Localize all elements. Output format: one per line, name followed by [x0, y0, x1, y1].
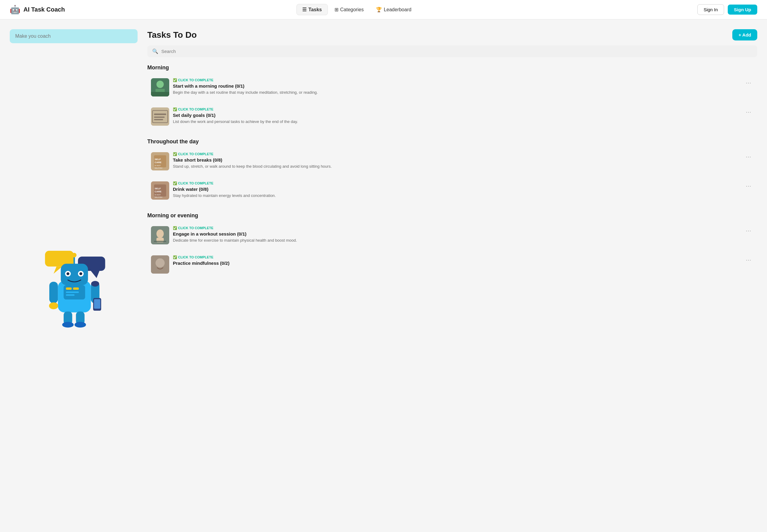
task-menu-button[interactable]: ⋯	[743, 255, 754, 264]
task-card[interactable]: SELF CARE IS NOT SELFISH ✅ CLICK TO COMP…	[147, 148, 757, 175]
svg-rect-34	[154, 119, 163, 120]
main-nav: ☰ Tasks ⊞ Categories 🏆 Leaderboard	[296, 4, 417, 15]
tasks-title: Tasks To Do	[147, 30, 197, 40]
tasks-icon: ☰	[302, 7, 306, 12]
svg-point-28	[156, 81, 164, 88]
leaderboard-icon: 🏆	[376, 7, 382, 12]
section-morning: Morning ✅ CLICK TO COMPLETE Start with a…	[147, 65, 757, 130]
svg-point-24	[62, 322, 74, 327]
search-bar: 🔍	[147, 45, 757, 57]
task-body: ✅ CLICK TO COMPLETE Start with a morning…	[173, 78, 740, 95]
task-menu-button[interactable]: ⋯	[743, 152, 754, 161]
section-throughout: Throughout the day SELF CARE IS NOT SELF…	[147, 138, 757, 204]
task-body: ✅ CLICK TO COMPLETE Practice mindfulness…	[173, 255, 740, 267]
task-thumbnail	[151, 78, 169, 96]
tasks-header: Tasks To Do + Add	[147, 29, 757, 40]
robot-illustration	[10, 48, 138, 522]
svg-text:IS NOT: IS NOT	[155, 165, 161, 166]
task-card[interactable]: SELF CARE IS NOT SELFISH ✅ CLICK TO COMP…	[147, 177, 757, 204]
svg-text:CARE: CARE	[155, 161, 162, 164]
task-card[interactable]: ✅ CLICK TO COMPLETE Start with a morning…	[147, 74, 757, 101]
task-thumbnail: SELF CARE IS NOT SELFISH	[151, 181, 169, 200]
task-desc: Stand up, stretch, or walk around to kee…	[173, 164, 740, 169]
logo-area: 🤖 AI Task Coach	[10, 5, 65, 15]
main-container: Tasks To Do + Add 🔍 Morning	[0, 19, 767, 532]
svg-rect-14	[73, 288, 79, 290]
nav-item-tasks[interactable]: ☰ Tasks	[296, 4, 327, 15]
nav-item-categories[interactable]: ⊞ Categories	[329, 4, 369, 15]
svg-point-53	[156, 258, 165, 268]
svg-text:SELFISH: SELFISH	[155, 167, 162, 169]
svg-text:SELF: SELF	[155, 187, 161, 190]
nav-item-leaderboard[interactable]: 🏆 Leaderboard	[370, 4, 417, 15]
svg-rect-32	[154, 114, 166, 115]
signup-button[interactable]: Sign Up	[728, 5, 757, 15]
header: 🤖 AI Task Coach ☰ Tasks ⊞ Categories 🏆 L…	[0, 0, 767, 19]
task-card[interactable]: ✅ CLICK TO COMPLETE Practice mindfulness…	[147, 251, 757, 278]
section-morning-evening: Morning or evening ✅ CLICK TO COMPLETE E…	[147, 212, 757, 278]
svg-point-11	[79, 272, 82, 275]
task-thumbnail: SELF CARE IS NOT SELFISH	[151, 152, 169, 170]
nav-label-leaderboard: Leaderboard	[384, 7, 412, 12]
task-menu-button[interactable]: ⋯	[743, 78, 754, 87]
task-name: Practice mindfulness (0/2)	[173, 261, 740, 266]
svg-text:SELFISH: SELFISH	[155, 196, 162, 198]
svg-point-49	[156, 229, 164, 238]
task-name: Drink water (0/8)	[173, 187, 740, 192]
task-thumbnail	[151, 255, 169, 274]
svg-point-26	[91, 281, 99, 287]
svg-point-7	[72, 253, 76, 257]
task-card[interactable]: ✅ CLICK TO COMPLETE Engage in a workout …	[147, 222, 757, 249]
complete-badge[interactable]: ✅ CLICK TO COMPLETE	[173, 107, 740, 111]
section-title-throughout: Throughout the day	[147, 138, 757, 145]
task-desc: Begin the day with a set routine that ma…	[173, 90, 740, 95]
task-thumbnail	[151, 107, 169, 126]
section-title-morning-evening: Morning or evening	[147, 212, 757, 219]
complete-badge[interactable]: ✅ CLICK TO COMPLETE	[173, 152, 740, 156]
svg-text:SELF: SELF	[155, 158, 161, 161]
complete-badge[interactable]: ✅ CLICK TO COMPLETE	[173, 255, 740, 259]
complete-badge[interactable]: ✅ CLICK TO COMPLETE	[173, 226, 740, 230]
task-name: Take short breaks (0/8)	[173, 157, 740, 163]
task-menu-button[interactable]: ⋯	[743, 107, 754, 117]
right-panel: Tasks To Do + Add 🔍 Morning	[147, 29, 757, 522]
left-panel	[10, 29, 138, 522]
task-thumbnail	[151, 226, 169, 244]
svg-rect-30	[151, 92, 169, 96]
search-input[interactable]	[161, 49, 752, 54]
add-task-button[interactable]: + Add	[732, 29, 757, 40]
svg-point-25	[75, 322, 86, 327]
task-body: ✅ CLICK TO COMPLETE Take short breaks (0…	[173, 152, 740, 169]
task-desc: Stay hydrated to maintain energy levels …	[173, 193, 740, 198]
svg-text:CARE: CARE	[155, 190, 162, 193]
task-body: ✅ CLICK TO COMPLETE Drink water (0/8) St…	[173, 181, 740, 198]
complete-badge[interactable]: ✅ CLICK TO COMPLETE	[173, 181, 740, 185]
task-menu-button[interactable]: ⋯	[743, 226, 754, 235]
svg-rect-13	[66, 288, 72, 290]
svg-rect-16	[66, 294, 75, 296]
complete-badge[interactable]: ✅ CLICK TO COMPLETE	[173, 78, 740, 82]
task-menu-button[interactable]: ⋯	[743, 181, 754, 191]
task-body: ✅ CLICK TO COMPLETE Set daily goals (0/1…	[173, 107, 740, 124]
task-desc: Dedicate time for exercise to maintain p…	[173, 238, 740, 243]
task-name: Set daily goals (0/1)	[173, 113, 740, 118]
task-body: ✅ CLICK TO COMPLETE Engage in a workout …	[173, 226, 740, 243]
nav-label-categories: Categories	[340, 7, 364, 12]
header-actions: Sign In Sign Up	[697, 4, 757, 15]
task-card[interactable]: ✅ CLICK TO COMPLETE Set daily goals (0/1…	[147, 103, 757, 130]
svg-point-10	[66, 272, 69, 275]
task-desc: List down the work and personal tasks to…	[173, 119, 740, 124]
svg-rect-17	[49, 282, 58, 303]
coach-input[interactable]	[10, 29, 138, 43]
task-name: Engage in a workout session (0/1)	[173, 231, 740, 236]
svg-point-18	[49, 302, 58, 309]
signin-button[interactable]: Sign In	[697, 4, 724, 15]
search-icon: 🔍	[152, 48, 158, 54]
task-name: Start with a morning routine (0/1)	[173, 83, 740, 89]
svg-text:IS NOT: IS NOT	[155, 194, 161, 196]
svg-marker-3	[91, 271, 99, 278]
logo-text: AI Task Coach	[23, 6, 65, 13]
categories-icon: ⊞	[334, 7, 338, 12]
svg-rect-33	[154, 117, 165, 118]
svg-rect-21	[94, 299, 100, 309]
